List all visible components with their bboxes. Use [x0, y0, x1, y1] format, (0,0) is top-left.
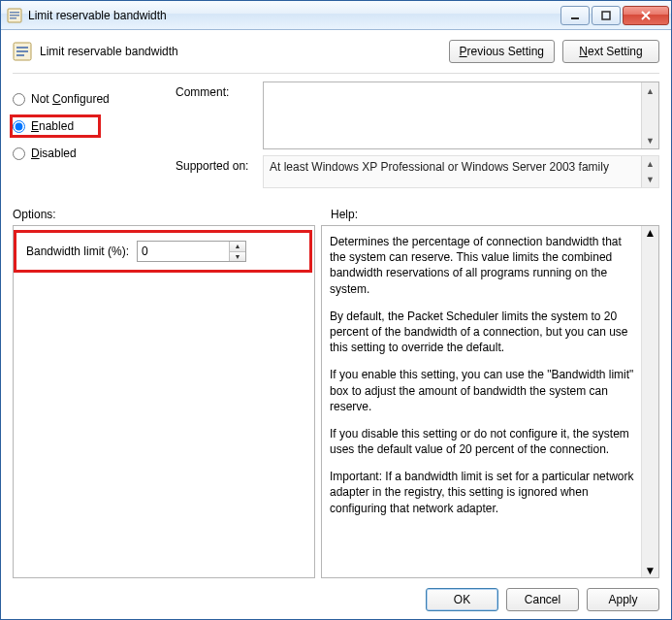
radio-not-configured-label[interactable]: Not Configured [31, 92, 110, 106]
spinner-up-button[interactable]: ▲ [230, 242, 245, 252]
help-text: Determines the percentage of connection … [330, 234, 637, 297]
policy-dialog: Limit reservable bandwidth [0, 0, 672, 620]
scroll-down-icon[interactable]: ▼ [645, 564, 656, 577]
scroll-down-icon[interactable]: ▼ [642, 172, 658, 187]
svg-rect-3 [10, 17, 16, 19]
help-text: Important: If a bandwidth limit is set f… [330, 469, 637, 516]
app-icon [7, 8, 22, 23]
svg-rect-4 [571, 17, 579, 19]
radio-enabled-label[interactable]: Enabled [31, 119, 74, 133]
close-button[interactable] [623, 6, 669, 25]
supported-on-label: Supported on: [176, 155, 263, 173]
help-pane: Determines the percentage of connection … [321, 225, 659, 578]
scroll-up-icon[interactable]: ▲ [645, 226, 656, 240]
lower-split: Bandwidth limit (%): ▲ ▼ Determines the … [13, 225, 659, 578]
upper-config: Not Configured Enabled Disabled Comment: [13, 82, 659, 194]
svg-rect-1 [10, 12, 19, 14]
window-title: Limit reservable bandwidth [28, 9, 559, 22]
radio-not-configured[interactable]: Not Configured [13, 87, 158, 111]
dialog-footer: OK Cancel Apply [13, 578, 659, 611]
svg-rect-2 [10, 15, 19, 16]
cancel-button[interactable]: Cancel [506, 588, 579, 611]
help-text: By default, the Packet Scheduler limits … [330, 309, 637, 356]
radio-enabled[interactable]: Enabled [10, 114, 101, 138]
radio-disabled[interactable]: Disabled [13, 142, 158, 165]
titlebar: Limit reservable bandwidth [1, 1, 671, 30]
svg-rect-7 [16, 47, 28, 49]
maximize-button[interactable] [592, 6, 621, 25]
svg-rect-8 [16, 50, 28, 52]
page-title: Limit reservable bandwidth [40, 45, 441, 58]
bandwidth-limit-row: Bandwidth limit (%): ▲ ▼ [14, 230, 312, 273]
help-text: If you enable this setting, you can use … [330, 367, 637, 414]
bandwidth-limit-label: Bandwidth limit (%): [26, 245, 129, 258]
meta-fields: Comment: ▲ ▼ Supported on: [176, 82, 659, 194]
apply-button[interactable]: Apply [587, 588, 659, 611]
help-text: If you disable this setting or do not co… [330, 426, 637, 457]
scroll-up-icon[interactable]: ▲ [642, 156, 658, 172]
help-scrollbar[interactable]: ▲ ▼ [641, 226, 658, 577]
comment-label: Comment: [176, 82, 263, 99]
scroll-down-icon[interactable]: ▼ [642, 132, 658, 148]
svg-rect-9 [16, 54, 24, 56]
supported-on-text: At least Windows XP Professional or Wind… [270, 160, 609, 174]
supported-scrollbar[interactable]: ▲ ▼ [641, 156, 658, 187]
radio-enabled-input[interactable] [13, 120, 25, 133]
options-label: Options: [13, 208, 323, 221]
comment-scrollbar[interactable]: ▲ ▼ [641, 82, 658, 148]
bandwidth-limit-spinner[interactable]: ▲ ▼ [137, 241, 246, 262]
spinner-down-button[interactable]: ▼ [230, 252, 245, 262]
options-pane: Bandwidth limit (%): ▲ ▼ [13, 225, 315, 578]
svg-rect-5 [602, 12, 610, 19]
divider [13, 73, 659, 74]
scroll-up-icon[interactable]: ▲ [642, 82, 658, 99]
state-radio-group: Not Configured Enabled Disabled [13, 82, 158, 194]
radio-not-configured-input[interactable] [13, 93, 25, 106]
supported-on-field: At least Windows XP Professional or Wind… [263, 155, 659, 188]
radio-disabled-label[interactable]: Disabled [31, 147, 77, 160]
help-label: Help: [323, 208, 659, 221]
client-area: Limit reservable bandwidth Previous Sett… [1, 30, 671, 619]
comment-textbox[interactable]: ▲ ▼ [263, 82, 659, 149]
radio-disabled-input[interactable] [13, 147, 25, 160]
header-row: Limit reservable bandwidth Previous Sett… [13, 40, 659, 63]
window-control-group [559, 6, 669, 25]
bandwidth-limit-input[interactable] [138, 242, 229, 261]
minimize-button[interactable] [560, 6, 590, 25]
lower-labels: Options: Help: [13, 208, 659, 221]
previous-setting-button[interactable]: Previous Setting [449, 40, 555, 63]
policy-icon [13, 42, 32, 61]
ok-button[interactable]: OK [426, 588, 498, 611]
next-setting-button[interactable]: Next Setting [562, 40, 659, 63]
